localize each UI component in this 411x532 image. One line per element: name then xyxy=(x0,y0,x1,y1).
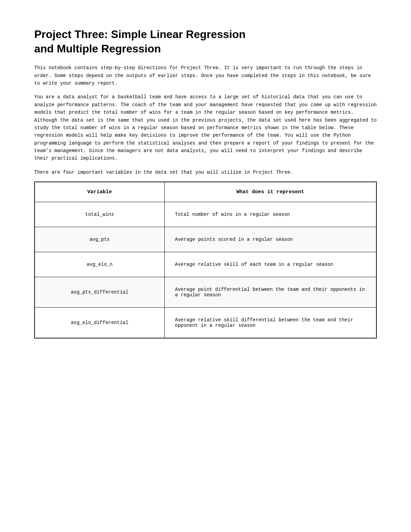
variable-description: Average point differential between the t… xyxy=(164,277,376,308)
intro-paragraph-2: You are a data analyst for a basketball … xyxy=(34,93,377,162)
col-description-header: What does it represent xyxy=(164,182,376,202)
variable-description: Average relative skill of each team in a… xyxy=(164,252,376,277)
variable-description: Total number of wins in a regular season xyxy=(164,202,376,227)
table-header-row: Variable What does it represent xyxy=(35,182,376,202)
variable-description: Average points scored in a regular seaso… xyxy=(164,227,376,252)
table-row: avg_elo_differentialAverage relative ski… xyxy=(35,308,376,338)
variable-name: avg_elo_differential xyxy=(35,308,164,338)
table-row: avg_ptsAverage points scored in a regula… xyxy=(35,227,376,252)
variable-name: avg_pts xyxy=(35,227,164,252)
table-row: total_winsTotal number of wins in a regu… xyxy=(35,202,376,227)
variable-name: avg_elo_n xyxy=(35,252,164,277)
table-intro: There are four important variables in th… xyxy=(34,169,377,176)
variable-name: total_wins xyxy=(35,202,164,227)
table-row: avg_elo_nAverage relative skill of each … xyxy=(35,252,376,277)
page-title: Project Three: Simple Linear Regression … xyxy=(34,27,377,56)
col-variable-header: Variable xyxy=(35,182,164,202)
variable-description: Average relative skill differential betw… xyxy=(164,308,376,338)
variables-table: Variable What does it represent total_wi… xyxy=(34,182,377,338)
variable-name: avg_pts_differential xyxy=(35,277,164,308)
table-row: avg_pts_differentialAverage point differ… xyxy=(35,277,376,308)
intro-paragraph-1: This notebook contains step-by-step dire… xyxy=(34,64,377,87)
